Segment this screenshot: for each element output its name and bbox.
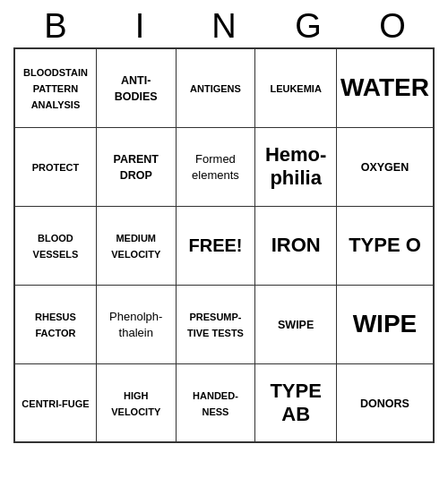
cell-text-3-0: RHESUS FACTOR (35, 312, 76, 338)
cell-text-0-4: WATER (340, 73, 429, 101)
grid-cell-4-3: TYPE AB (255, 363, 337, 442)
grid-cell-2-4: TYPE O (336, 206, 434, 285)
grid-cell-3-2: PRESUMP-TIVE TESTS (176, 285, 255, 363)
cell-text-2-1: MEDIUM VELOCITY (111, 233, 160, 260)
grid-row-4: CENTRI-FUGEHIGH VELOCITYHANDED-NESSTYPE … (14, 363, 434, 442)
bingo-header: BINGO (13, 7, 435, 46)
grid-cell-4-0: CENTRI-FUGE (14, 363, 96, 442)
cell-text-0-1: ANTI-BODIES (115, 74, 158, 103)
grid-cell-3-1: Phenolph-thalein (96, 285, 176, 363)
cell-text-1-4: OXYGEN (361, 161, 409, 174)
grid-cell-0-3: LEUKEMIA (255, 48, 337, 127)
header-letter-o: O (350, 7, 435, 46)
header-letter-g: G (266, 7, 350, 46)
cell-text-2-0: BLOOD VESSELS (33, 233, 79, 260)
cell-text-4-3: TYPE AB (270, 380, 321, 425)
grid-row-2: BLOOD VESSELSMEDIUM VELOCITYFREE!IRONTYP… (14, 206, 434, 285)
cell-text-1-0: PROTECT (32, 162, 80, 173)
cell-text-3-2: PRESUMP-TIVE TESTS (187, 312, 244, 338)
grid-cell-1-0: PROTECT (14, 127, 96, 206)
grid-cell-1-1: PARENT DROP (96, 127, 176, 206)
cell-text-4-1: HIGH VELOCITY (111, 390, 160, 417)
grid-cell-0-1: ANTI-BODIES (96, 48, 176, 127)
grid-cell-1-4: OXYGEN (336, 127, 434, 206)
cell-text-3-4: WIPE (353, 310, 418, 337)
grid-cell-1-2: Formed elements (176, 127, 255, 206)
cell-text-0-3: LEUKEMIA (270, 83, 321, 94)
cell-text-1-3: Hemo-philia (265, 143, 326, 189)
grid-row-3: RHESUS FACTORPhenolph-thaleinPRESUMP-TIV… (14, 285, 434, 363)
cell-text-2-3: IRON (271, 234, 321, 256)
bingo-grid: Bloodstain Pattern AnalysisANTI-BODIESAN… (13, 47, 435, 443)
grid-cell-3-3: SWIPE (255, 285, 337, 363)
cell-text-3-3: SWIPE (278, 319, 314, 331)
grid-cell-2-3: IRON (255, 206, 337, 285)
header-letter-i: I (98, 7, 182, 46)
grid-cell-3-4: WIPE (336, 285, 434, 363)
cell-text-4-0: CENTRI-FUGE (22, 398, 89, 409)
cell-text-1-2: Formed elements (192, 152, 239, 182)
grid-cell-3-0: RHESUS FACTOR (14, 285, 96, 363)
grid-row-0: Bloodstain Pattern AnalysisANTI-BODIESAN… (14, 48, 434, 127)
cell-text-4-4: DONORS (360, 397, 409, 410)
grid-cell-0-2: ANTIGENS (176, 48, 255, 127)
grid-cell-0-4: WATER (336, 48, 434, 127)
grid-cell-2-0: BLOOD VESSELS (14, 206, 96, 285)
cell-text-0-2: ANTIGENS (190, 83, 241, 94)
grid-cell-4-2: HANDED-NESS (176, 363, 255, 442)
cell-text-2-4: TYPE O (349, 234, 421, 256)
cell-text-4-2: HANDED-NESS (193, 390, 238, 417)
grid-cell-4-4: DONORS (336, 363, 434, 442)
cell-text-2-2: FREE! (188, 235, 242, 255)
cell-text-3-1: Phenolph-thalein (109, 310, 162, 339)
header-letter-b: B (13, 7, 98, 46)
grid-cell-2-2: FREE! (176, 206, 255, 285)
grid-cell-4-1: HIGH VELOCITY (96, 363, 176, 442)
cell-text-0-0: Bloodstain Pattern Analysis (23, 67, 88, 110)
grid-cell-0-0: Bloodstain Pattern Analysis (14, 48, 96, 127)
grid-cell-2-1: MEDIUM VELOCITY (96, 206, 176, 285)
grid-row-1: PROTECTPARENT DROPFormed elementsHemo-ph… (14, 127, 434, 206)
cell-text-1-1: PARENT DROP (113, 153, 158, 182)
header-letter-n: N (182, 7, 266, 46)
grid-cell-1-3: Hemo-philia (255, 127, 337, 206)
